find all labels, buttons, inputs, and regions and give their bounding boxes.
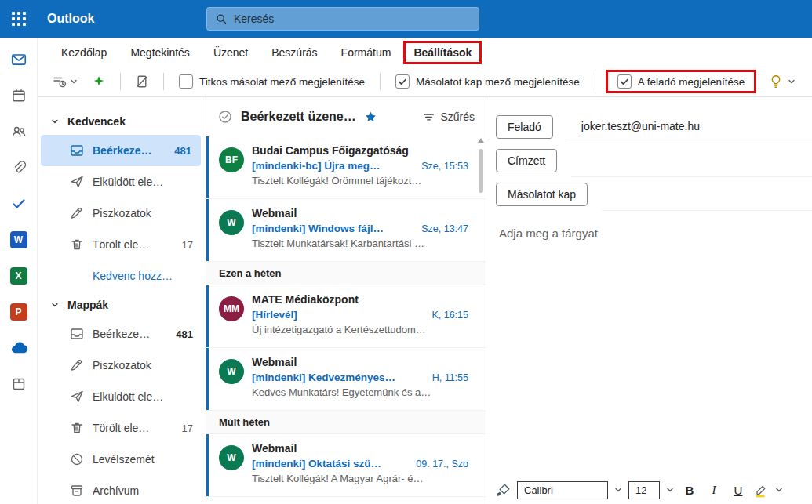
select-all-icon[interactable] xyxy=(217,109,233,125)
mail-icon[interactable] xyxy=(6,47,31,72)
apps-icon[interactable] xyxy=(6,372,31,397)
folder-label: Piszkozatok xyxy=(93,359,193,372)
from-button[interactable]: Feladó xyxy=(496,115,553,139)
avatar: BF xyxy=(219,147,244,172)
favorite-item-drafts[interactable]: Piszkozatok xyxy=(38,198,206,229)
message-content: Webmail [mindenki] Windows fájl… Sze, 13… xyxy=(252,207,468,253)
excel-icon[interactable]: X xyxy=(6,263,31,288)
scrollbar-up-arrow[interactable] xyxy=(478,138,484,143)
folders-section-header[interactable]: Mappák xyxy=(38,292,206,318)
highlighter-icon[interactable] xyxy=(753,482,769,498)
folder-label: Piszkozatok xyxy=(93,207,193,219)
delivery-options-icon xyxy=(52,74,67,89)
bold-button[interactable]: B xyxy=(680,480,699,500)
folder-label: Törölt ele… xyxy=(93,238,182,251)
message-row[interactable]: W Webmail [mindenki] Windows fájl… Sze, … xyxy=(206,199,486,262)
highlighter-dropdown-icon[interactable] xyxy=(774,485,784,495)
search-input[interactable]: Keresés xyxy=(206,7,479,31)
app-launcher-icon[interactable] xyxy=(0,0,38,38)
junk-icon xyxy=(69,451,85,467)
cc-field-checkbox[interactable]: Másolatot kap mező megjelenítése xyxy=(391,74,584,89)
unread-indicator xyxy=(206,348,209,410)
to-button[interactable]: Címzett xyxy=(496,149,557,172)
italic-button[interactable]: I xyxy=(705,480,723,500)
message-sender: Webmail xyxy=(252,356,468,368)
sent-icon xyxy=(69,174,85,190)
sensitivity-button[interactable] xyxy=(88,71,110,92)
folders-header-label: Mappák xyxy=(67,299,108,311)
tab-megtekintes[interactable]: Megtekintés xyxy=(119,42,200,63)
unread-count: 481 xyxy=(174,145,191,157)
folder-item-deleted[interactable]: Törölt ele… 17 xyxy=(38,412,206,444)
underline-button[interactable]: U xyxy=(729,480,748,500)
tab-formatum[interactable]: Formátum xyxy=(330,42,402,63)
tab-uzenet[interactable]: Üzenet xyxy=(202,42,259,63)
folder-item-archive[interactable]: Archívum xyxy=(38,475,206,504)
filter-button[interactable]: Szűrés xyxy=(422,111,475,124)
folder-item-inbox[interactable]: Beérkeze… 481 xyxy=(38,318,206,350)
people-icon[interactable] xyxy=(6,119,31,144)
favorite-item-inbox[interactable]: Beérkeze… 481 xyxy=(41,135,201,166)
message-row[interactable]: W Webmail [mindenki] Kedvezményes… H, 11… xyxy=(206,348,486,411)
calendar-icon[interactable] xyxy=(6,83,31,108)
filter-label: Szűrés xyxy=(440,111,475,123)
powerpoint-icon[interactable]: P xyxy=(6,299,31,325)
app-title[interactable]: Outlook xyxy=(47,12,94,26)
tips-button[interactable] xyxy=(768,74,796,89)
unread-indicator xyxy=(206,434,209,496)
avatar: W xyxy=(219,359,244,384)
message-body-field[interactable] xyxy=(496,254,812,473)
scrollbar-thumb[interactable] xyxy=(479,149,483,193)
tab-kezdolap[interactable]: Kezdőlap xyxy=(50,42,118,63)
powerpoint-tile: P xyxy=(10,303,27,321)
font-name-select[interactable]: Calibri xyxy=(517,481,608,499)
message-sender: Budai Campus Főigazgatóság xyxy=(252,144,468,157)
font-name-dropdown-icon[interactable] xyxy=(614,485,623,495)
message-row[interactable]: W Webmail [mindenki] Oktatási szü… 09. 1… xyxy=(206,434,486,497)
message-preview: Kedves Munkatárs! Egyetemünk és a… xyxy=(252,386,468,398)
message-sender: Webmail xyxy=(252,442,468,455)
message-row[interactable]: BF Budai Campus Főigazgatóság [mindenki-… xyxy=(206,136,486,199)
favorite-item-deleted[interactable]: Törölt ele… 17 xyxy=(38,229,206,260)
favorite-star-icon[interactable] xyxy=(364,111,377,124)
favorite-item-sent[interactable]: Elküldött ele… xyxy=(38,166,206,198)
from-checkbox-label: A feladó megjelenítése xyxy=(638,76,745,88)
bcc-checkbox-label: Titkos másolat mező megjelenítése xyxy=(199,76,365,88)
unread-indicator xyxy=(206,136,209,198)
format-painter-icon[interactable] xyxy=(496,482,512,498)
subject-field[interactable]: Adja meg a tárgyat xyxy=(499,227,812,240)
cc-field[interactable] xyxy=(602,177,812,211)
folder-label: Beérkeze… xyxy=(93,328,176,340)
message-row[interactable]: MM MATE Médiaközpont [Hírlevél] K, 16:15… xyxy=(206,285,486,348)
add-favorite-link[interactable]: Kedvenc hozz… xyxy=(38,260,206,292)
from-field-checkbox[interactable]: A feladó megjelenítése xyxy=(613,74,750,89)
unread-count: 481 xyxy=(176,328,193,340)
chevron-down-icon xyxy=(50,117,60,126)
outlook-app: Outlook Keresés W X P xyxy=(0,0,812,504)
drafts-icon xyxy=(69,357,85,373)
folder-item-drafts[interactable]: Piszkozatok xyxy=(38,350,206,381)
from-field[interactable]: joker.teszt@uni-mate.hu xyxy=(567,110,812,143)
permissions-button[interactable] xyxy=(131,71,153,92)
attachments-icon[interactable] xyxy=(6,155,31,180)
delivery-options-button[interactable] xyxy=(49,71,82,92)
favorites-section-header[interactable]: Kedvencek xyxy=(38,108,206,135)
cc-button[interactable]: Másolatot kap xyxy=(496,183,588,206)
tab-beszuras[interactable]: Beszúrás xyxy=(260,42,328,63)
word-icon[interactable]: W xyxy=(6,227,31,252)
folder-pane: Kedvencek Beérkeze… 481 Elküldött ele… P… xyxy=(38,97,206,504)
toolbar-separator xyxy=(380,73,381,90)
message-content: Webmail [mindenki] Kedvezményes… H, 11:5… xyxy=(252,356,468,402)
font-size-select[interactable]: 12 xyxy=(628,481,660,499)
folder-item-junk[interactable]: Levélszemét xyxy=(38,444,206,475)
lightbulb-icon xyxy=(768,74,784,89)
to-field[interactable] xyxy=(571,143,812,177)
bcc-field-checkbox[interactable]: Titkos másolat mező megjelenítése xyxy=(174,74,370,89)
message-list-header: Beérkezett üzene… Szűrés xyxy=(206,97,486,136)
onedrive-icon[interactable] xyxy=(6,335,31,361)
scrollbar[interactable] xyxy=(477,138,485,499)
folder-item-sent[interactable]: Elküldött ele… xyxy=(38,381,206,412)
tab-beallitasok[interactable]: Beállítások xyxy=(406,43,479,62)
font-size-dropdown-icon[interactable] xyxy=(665,485,675,495)
todo-icon[interactable] xyxy=(6,191,31,216)
